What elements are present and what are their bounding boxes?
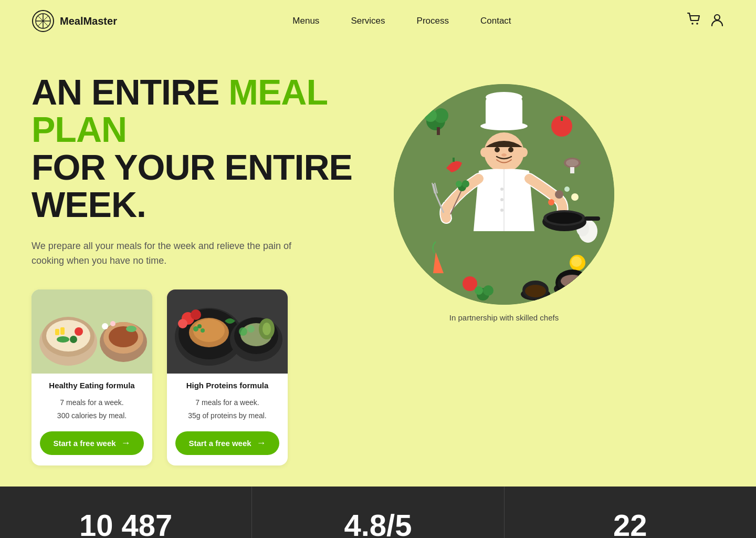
svg-point-74 <box>500 198 503 201</box>
svg-point-3 <box>696 23 698 25</box>
svg-point-86 <box>564 187 570 192</box>
svg-point-46 <box>566 159 579 167</box>
card-protein-title: High Proteins formula <box>175 381 279 390</box>
arrow-icon-protein: → <box>257 438 266 449</box>
svg-point-73 <box>500 188 503 191</box>
svg-point-35 <box>247 325 255 333</box>
svg-point-52 <box>571 256 582 267</box>
hero-content: AN ENTIRE MEAL PLAN FOR YOUR ENTIRE WEEK… <box>32 74 388 465</box>
svg-point-62 <box>483 285 494 296</box>
chef-image-wrapper <box>394 84 614 305</box>
svg-point-29 <box>197 324 202 328</box>
svg-point-71 <box>480 148 488 157</box>
nav-link-contact[interactable]: Contact <box>480 16 511 26</box>
svg-point-60 <box>525 285 546 297</box>
svg-rect-10 <box>60 327 65 335</box>
meal-card-healthy: Healthy Eating formula 7 meals for a wee… <box>32 289 152 465</box>
svg-point-8 <box>46 320 90 351</box>
svg-point-66 <box>486 92 522 102</box>
svg-point-25 <box>178 319 187 328</box>
svg-point-24 <box>191 309 201 320</box>
nav-link-services[interactable]: Services <box>351 16 385 26</box>
card-protein-info1: 7 meals for a week. <box>175 396 279 409</box>
stat-partners-number: 22 <box>613 510 647 538</box>
nav-link-menus[interactable]: Menus <box>292 16 319 26</box>
stat-clients: 10 487 Satisfied clients <box>0 487 252 538</box>
svg-point-13 <box>70 336 77 343</box>
start-free-week-button-healthy[interactable]: Start a free week → <box>40 431 144 455</box>
card-healthy-info2: 300 calories by meal. <box>40 409 144 422</box>
svg-point-68 <box>495 147 500 152</box>
hero-title-plain: AN ENTIRE <box>32 72 228 112</box>
nav-links: Menus Services Process Contact <box>292 16 511 26</box>
arrow-icon-healthy: → <box>121 438 131 449</box>
start-btn-label-protein: Start a free week <box>188 439 251 448</box>
meal-cards: Healthy Eating formula 7 meals for a wee… <box>32 289 388 465</box>
hero-chef: In partnership with skilled chefs <box>388 84 620 322</box>
card-healthy-info: 7 meals for a week. 300 calories by meal… <box>40 396 144 422</box>
card-protein-body: High Proteins formula 7 meals for a week… <box>167 374 288 422</box>
svg-point-12 <box>57 336 69 343</box>
chef-caption: In partnership with skilled chefs <box>449 313 559 322</box>
brand-name: MealMaster <box>60 15 117 27</box>
card-healthy-title: Healthy Eating formula <box>40 381 144 390</box>
logo-icon <box>32 9 55 33</box>
card-protein-info: 7 meals for a week. 35g of proteins by m… <box>175 396 279 422</box>
svg-point-4 <box>715 15 720 20</box>
svg-rect-42 <box>437 127 440 135</box>
svg-rect-83 <box>584 216 600 221</box>
svg-rect-48 <box>453 158 455 162</box>
svg-point-19 <box>126 326 136 332</box>
card-healthy-info1: 7 meals for a week. <box>40 396 144 409</box>
user-icon <box>710 12 724 27</box>
stats-bar: 10 487 Satisfied clients 4.8/5 on App St… <box>0 487 756 538</box>
svg-rect-44 <box>561 117 563 121</box>
account-button[interactable] <box>710 12 724 30</box>
svg-point-18 <box>110 321 116 326</box>
svg-point-91 <box>456 181 462 187</box>
card-healthy-body: Healthy Eating formula 7 meals for a wee… <box>32 374 152 422</box>
hero-subtitle: We prepare all your meals for the week a… <box>32 239 326 269</box>
nav-link-process[interactable]: Process <box>417 16 449 26</box>
svg-point-30 <box>201 328 205 333</box>
card2-visual <box>167 289 288 374</box>
svg-point-90 <box>462 180 469 188</box>
svg-point-41 <box>424 109 437 122</box>
svg-rect-47 <box>570 167 574 173</box>
stat-appstore-number: 4.8/5 <box>344 510 412 538</box>
svg-point-11 <box>75 327 83 336</box>
logo[interactable]: MealMaster <box>32 9 117 33</box>
card1-visual <box>32 289 152 374</box>
svg-point-72 <box>520 148 528 157</box>
svg-point-84 <box>548 199 554 205</box>
card-healthy-image <box>32 289 152 374</box>
svg-point-85 <box>555 190 563 199</box>
card-protein-image <box>167 289 288 374</box>
svg-point-87 <box>571 193 579 201</box>
svg-point-63 <box>475 286 483 295</box>
stat-clients-number: 10 487 <box>79 510 172 538</box>
hero-section: AN ENTIRE MEAL PLAN FOR YOUR ENTIRE WEEK… <box>0 42 756 487</box>
svg-point-82 <box>547 212 582 224</box>
svg-point-75 <box>500 209 503 212</box>
svg-point-67 <box>484 132 524 172</box>
stat-appstore: 4.8/5 on App Store <box>252 487 504 538</box>
svg-point-57 <box>561 275 584 287</box>
start-free-week-button-protein[interactable]: Start a free week → <box>175 431 279 455</box>
stat-partners: 22 brand partners <box>505 487 756 538</box>
start-btn-label-healthy: Start a free week <box>53 439 116 448</box>
svg-point-69 <box>508 147 513 152</box>
svg-point-2 <box>691 23 694 25</box>
cart-button[interactable] <box>687 12 701 30</box>
svg-point-34 <box>239 327 247 336</box>
navbar: MealMaster Menus Services Process Contac… <box>0 0 756 42</box>
hero-title-line2: FOR YOUR ENTIRE WEEK. <box>32 147 352 224</box>
cart-icon <box>687 12 701 27</box>
svg-point-70 <box>501 153 507 157</box>
meal-card-protein: High Proteins formula 7 meals for a week… <box>167 289 288 465</box>
card-protein-info2: 35g of proteins by meal. <box>175 409 279 422</box>
svg-point-17 <box>102 323 108 329</box>
hero-title: AN ENTIRE MEAL PLAN FOR YOUR ENTIRE WEEK… <box>32 74 388 224</box>
svg-rect-9 <box>55 329 59 335</box>
nav-actions <box>687 12 724 30</box>
